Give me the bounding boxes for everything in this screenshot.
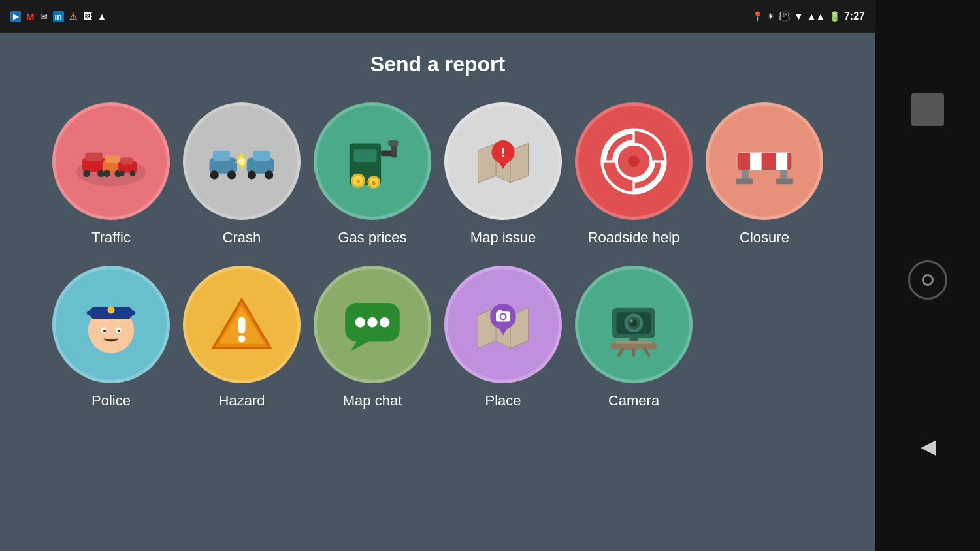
- home-button[interactable]: [908, 260, 947, 300]
- traffic-label: Traffic: [91, 229, 131, 246]
- svg-point-20: [265, 170, 273, 179]
- svg-rect-52: [736, 153, 750, 170]
- square-button[interactable]: [911, 93, 944, 126]
- wifi-icon: ▲: [97, 11, 106, 22]
- svg-point-11: [119, 170, 125, 176]
- gas-prices-label: Gas prices: [338, 229, 406, 246]
- report-item-crash[interactable]: Crash: [180, 102, 304, 246]
- warning-icon: ⚠: [69, 11, 78, 22]
- battery-icon: 🔋: [829, 11, 840, 22]
- svg-rect-2: [85, 153, 102, 161]
- report-item-place[interactable]: Place: [441, 266, 565, 409]
- svg-point-72: [367, 317, 377, 327]
- gmail-icon: M: [26, 11, 35, 22]
- status-bar-left: ▶ M ✉ in ⚠ 🖼 ▲: [10, 11, 106, 22]
- svg-point-81: [501, 315, 506, 319]
- map-chat-icon: [336, 289, 408, 360]
- status-bar-right: 📍 ✴ 📳 ▼ ▲▲ 🔋 7:27: [752, 10, 865, 22]
- svg-rect-67: [238, 317, 246, 333]
- crash-circle: [183, 102, 301, 220]
- svg-rect-24: [353, 149, 376, 162]
- report-item-gas-prices[interactable]: $ $ Gas prices: [310, 102, 434, 246]
- page-title: Send a report: [370, 52, 505, 76]
- svg-rect-54: [787, 153, 800, 170]
- crash-icon: [206, 125, 278, 197]
- status-time: 7:27: [844, 10, 865, 22]
- network-icon: ▲▲: [807, 11, 825, 22]
- gas-prices-icon: $ $: [336, 125, 408, 197]
- crash-label: Crash: [223, 229, 261, 246]
- empty-slot: [702, 266, 826, 409]
- svg-point-73: [380, 317, 389, 327]
- main-content: Send a report: [0, 33, 875, 551]
- svg-point-68: [238, 336, 246, 343]
- svg-point-88: [630, 319, 633, 322]
- report-item-hazard[interactable]: Hazard: [180, 266, 304, 409]
- police-label: Police: [91, 392, 131, 409]
- svg-point-15: [210, 170, 219, 179]
- prime-video-icon: ▶: [10, 11, 21, 22]
- map-issue-label: Map issue: [470, 229, 536, 246]
- map-chat-circle: [314, 266, 431, 383]
- mail-icon: ✉: [40, 11, 48, 22]
- image-icon: 🖼: [83, 11, 92, 22]
- svg-point-46: [628, 155, 640, 167]
- hazard-label: Hazard: [219, 392, 265, 409]
- closure-label: Closure: [740, 229, 789, 246]
- svg-rect-55: [736, 178, 753, 184]
- hazard-circle: [183, 266, 301, 383]
- svg-point-3: [83, 170, 90, 177]
- closure-icon: [728, 125, 800, 197]
- place-label: Place: [485, 392, 521, 409]
- back-button[interactable]: ◀: [921, 435, 936, 458]
- camera-icon: [598, 289, 670, 360]
- svg-point-19: [248, 170, 256, 179]
- report-item-map-issue[interactable]: ! Map issue: [441, 102, 565, 246]
- traffic-circle: [52, 102, 170, 220]
- svg-text:$: $: [356, 178, 360, 185]
- place-circle: [444, 266, 562, 383]
- svg-rect-27: [388, 140, 398, 146]
- svg-rect-91: [616, 341, 652, 343]
- svg-point-7: [103, 170, 110, 177]
- svg-point-12: [130, 170, 136, 176]
- bluetooth-icon: ✴: [767, 11, 775, 22]
- hazard-icon: [206, 289, 278, 360]
- map-chat-label: Map chat: [343, 392, 402, 409]
- gas-prices-circle: $ $: [314, 102, 431, 220]
- roadside-help-circle: [575, 102, 693, 220]
- report-item-traffic[interactable]: Traffic: [49, 102, 173, 246]
- camera-circle: [575, 266, 693, 383]
- report-item-roadside-help[interactable]: Roadside help: [572, 102, 696, 246]
- svg-point-60: [108, 307, 115, 314]
- status-bar: ▶ M ✉ in ⚠ 🖼 ▲ 📍 ✴ 📳 ▼ ▲▲ 🔋 7:27: [0, 0, 875, 33]
- svg-point-71: [355, 317, 365, 327]
- svg-point-64: [118, 330, 120, 332]
- map-issue-circle: !: [444, 102, 562, 220]
- svg-point-22: [238, 158, 246, 165]
- svg-rect-18: [253, 151, 270, 161]
- report-item-police[interactable]: Police: [49, 266, 173, 409]
- svg-rect-53: [762, 153, 776, 170]
- report-item-closure[interactable]: Closure: [702, 102, 826, 246]
- svg-text:$: $: [372, 180, 376, 186]
- svg-rect-14: [213, 151, 230, 161]
- svg-rect-6: [105, 155, 120, 163]
- signal-icon: ▼: [794, 11, 803, 22]
- traffic-icon: [75, 125, 147, 197]
- map-issue-icon: !: [467, 125, 539, 197]
- svg-point-16: [227, 170, 236, 179]
- roadside-help-label: Roadside help: [588, 229, 680, 246]
- closure-circle: [706, 102, 823, 220]
- svg-rect-56: [776, 178, 793, 184]
- svg-point-63: [103, 330, 106, 332]
- vibrate-icon: 📳: [779, 11, 790, 22]
- report-item-camera[interactable]: Camera: [572, 266, 696, 409]
- roadside-help-icon: [598, 125, 670, 197]
- police-icon: [75, 289, 147, 360]
- report-item-map-chat[interactable]: Map chat: [310, 266, 434, 409]
- svg-text:!: !: [501, 145, 506, 159]
- police-circle: [52, 266, 170, 383]
- svg-rect-10: [120, 158, 133, 165]
- location-icon: 📍: [752, 11, 763, 22]
